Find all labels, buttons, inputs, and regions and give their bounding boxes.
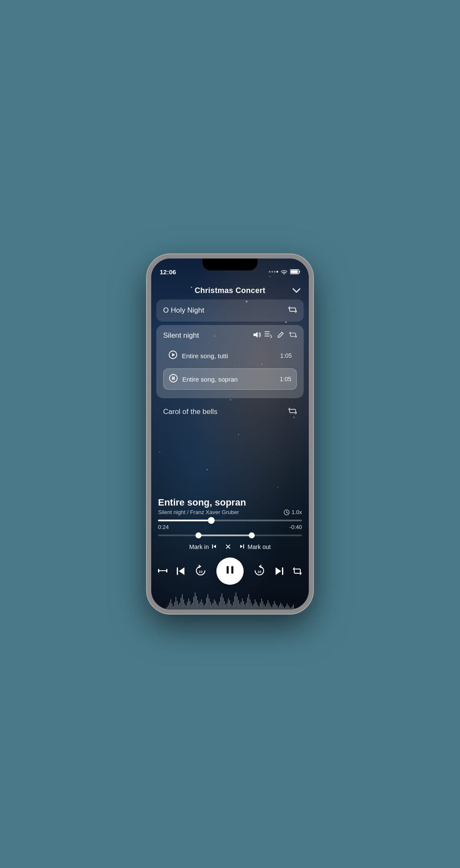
mark-out-icon[interactable] [238, 543, 244, 551]
svg-point-13 [286, 512, 287, 513]
svg-text:10: 10 [258, 570, 262, 574]
svg-rect-18 [166, 569, 167, 572]
pause-icon [225, 564, 235, 578]
remaining-time: -0:40 [289, 524, 302, 530]
svg-rect-1 [299, 270, 300, 273]
svg-rect-26 [282, 567, 283, 575]
phone-screen: 12:06 [151, 259, 309, 609]
pause-icon-sopran[interactable] [169, 374, 178, 385]
mark-in-icon[interactable] [212, 543, 218, 551]
playlist-title: Christmas Concert [195, 286, 265, 295]
notch [202, 259, 258, 270]
song-title-carol-bells: Carol of the bells [163, 408, 218, 416]
song-card-silent-night: Silent night [156, 325, 304, 398]
song-item-carol-bells[interactable]: Carol of the bells [156, 402, 304, 422]
time-display: 12:06 [160, 268, 176, 276]
progress-fill [158, 520, 211, 521]
svg-rect-2 [291, 270, 298, 273]
track-title-sopran: Entire song, sopran [182, 376, 238, 383]
repeat-icon-o-holy-night[interactable] [288, 306, 297, 315]
ab-thumb-a [196, 532, 201, 538]
progress-times: 0:24 -0:40 [158, 524, 302, 530]
svg-rect-17 [158, 569, 159, 572]
svg-point-9 [170, 374, 177, 382]
svg-rect-14 [212, 544, 213, 549]
speaker-icon [253, 331, 261, 340]
svg-rect-23 [231, 566, 233, 574]
edit-icon[interactable] [277, 331, 284, 340]
progress-thumb [208, 517, 215, 524]
next-button[interactable] [276, 566, 283, 576]
fit-button[interactable] [158, 567, 167, 575]
mark-in-control[interactable]: Mark in [189, 543, 218, 551]
ab-clear-button[interactable]: ✕ [225, 542, 231, 552]
svg-rect-10 [172, 377, 173, 380]
play-icon-tutti[interactable] [168, 350, 178, 361]
current-time: 0:24 [158, 524, 169, 530]
song-title-o-holy-night: O Holy Night [163, 306, 204, 315]
play-pause-button[interactable] [216, 558, 244, 585]
track-left-tutti: Entire song, tutti [168, 350, 228, 361]
status-icons [269, 268, 300, 276]
svg-marker-8 [172, 353, 175, 356]
now-playing-section: Entire song, sopran Silent night / Franz… [151, 494, 309, 515]
chevron-down-icon[interactable] [293, 286, 300, 296]
speed-control[interactable]: 1.0x [284, 509, 302, 515]
rewind-10-button[interactable]: 10 [194, 565, 207, 578]
song-card-action-icons [264, 331, 297, 340]
phone-frame: 12:06 [147, 254, 313, 614]
track-title-tutti: Entire song, tutti [182, 352, 228, 359]
mark-out-label: Mark out [247, 543, 270, 550]
song-title-silent-night: Silent night [163, 331, 249, 340]
song-item-o-holy-night[interactable]: O Holy Night [156, 299, 304, 322]
svg-rect-16 [158, 570, 167, 571]
repeat-icon-carol-bells[interactable] [288, 408, 297, 416]
svg-rect-5 [264, 333, 270, 334]
queue-icon[interactable] [264, 331, 272, 340]
svg-rect-4 [264, 331, 270, 332]
svg-rect-6 [264, 336, 270, 336]
track-item-sopran[interactable]: Entire song, sopran 1:05 [163, 368, 297, 390]
svg-rect-20 [177, 567, 178, 575]
repeat-icon-silent-night[interactable] [289, 332, 297, 339]
track-duration-sopran: 1:05 [280, 376, 291, 382]
ab-repeat-section [151, 532, 309, 540]
ab-thumb-b [249, 532, 255, 538]
main-content: Christmas Concert O Holy Night [151, 280, 309, 609]
svg-marker-3 [253, 332, 258, 338]
now-playing-sub-info: Silent night / Franz Xaver Gruber 1.0x [158, 509, 302, 515]
svg-marker-25 [276, 567, 281, 575]
repeat-button[interactable] [293, 567, 302, 575]
svg-rect-15 [243, 544, 244, 549]
speed-value: 1.0x [291, 509, 302, 515]
playback-controls: 10 10 [151, 555, 309, 588]
waveform-display [151, 588, 309, 609]
battery-icon [290, 268, 300, 276]
song-list: O Holy Night Silent night [151, 299, 309, 494]
progress-section: 0:24 -0:40 [151, 515, 309, 532]
progress-bar[interactable] [158, 520, 302, 521]
track-item-tutti[interactable]: Entire song, tutti 1:05 [163, 345, 297, 366]
wifi-icon [281, 268, 288, 276]
previous-button[interactable] [177, 566, 184, 576]
forward-10-button[interactable]: 10 [253, 565, 266, 578]
ab-bar[interactable] [158, 535, 302, 536]
svg-text:10: 10 [198, 570, 202, 574]
svg-marker-19 [179, 567, 184, 575]
signal-icon [269, 271, 278, 273]
mark-controls: Mark in ✕ [151, 540, 309, 555]
mark-in-label: Mark in [189, 543, 209, 550]
svg-rect-22 [227, 566, 229, 574]
ab-fill [198, 535, 252, 536]
track-left-sopran: Entire song, sopran [169, 374, 238, 385]
song-card-header-silent-night: Silent night [163, 331, 297, 340]
header: Christmas Concert [151, 280, 309, 299]
mark-out-control[interactable]: Mark out [238, 543, 270, 551]
now-playing-track-name: Entire song, sopran [158, 497, 302, 508]
track-duration-tutti: 1:05 [280, 352, 292, 359]
now-playing-song-info: Silent night / Franz Xaver Gruber [158, 509, 239, 515]
svg-rect-11 [174, 377, 175, 380]
